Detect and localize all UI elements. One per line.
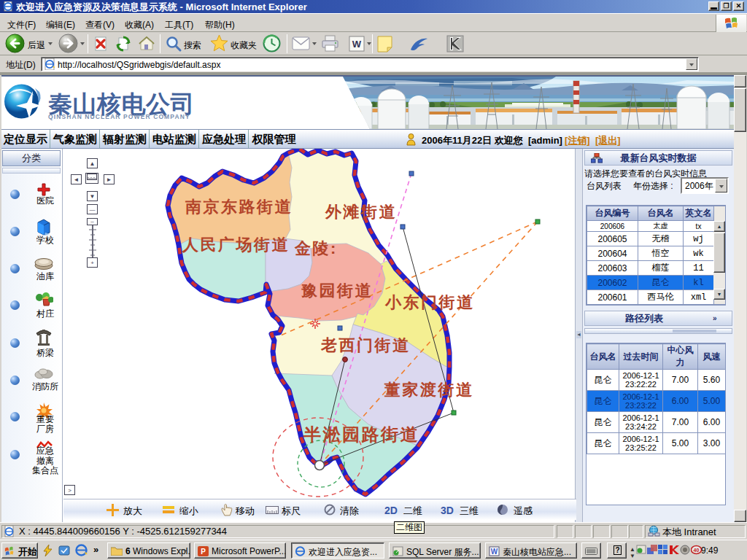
- svg-text:W: W: [352, 39, 362, 50]
- svg-text:豫园街道: 豫园街道: [301, 281, 373, 300]
- svg-text:南京东路街道: 南京东路街道: [185, 198, 293, 216]
- svg-text:40: 40: [694, 548, 700, 553]
- svg-text:董家渡街道: 董家渡街道: [384, 381, 474, 399]
- svg-text:半淞园路街道: 半淞园路街道: [303, 424, 419, 444]
- svg-text:小东门街道: 小东门街道: [384, 293, 475, 311]
- svg-text:外滩街道: 外滩街道: [325, 203, 397, 221]
- svg-text:W: W: [491, 548, 498, 556]
- svg-text:人民广场街道: 人民广场街道: [182, 236, 290, 254]
- svg-text:老西门街道: 老西门街道: [320, 336, 411, 354]
- svg-text:金陵:: 金陵:: [294, 239, 338, 257]
- svg-text:QINSHAN NUCLEAR POWER COMPANY: QINSHAN NUCLEAR POWER COMPANY: [48, 113, 190, 120]
- svg-text:P: P: [201, 548, 206, 556]
